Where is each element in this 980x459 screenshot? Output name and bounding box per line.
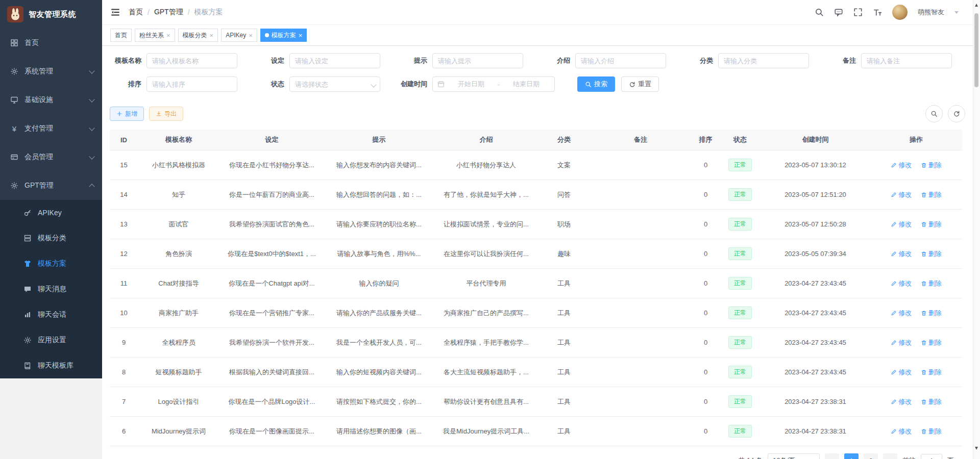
filter-input[interactable] <box>575 53 666 68</box>
goto-page-input[interactable] <box>921 454 942 459</box>
sidebar-item-system[interactable]: 系统管理 <box>0 57 102 86</box>
cell-id: 10 <box>110 298 138 328</box>
sidebar-item-payment[interactable]: ¥ 支付管理 <box>0 114 102 143</box>
cell-sort: 0 <box>692 358 720 387</box>
delete-link[interactable]: 删除 <box>921 190 942 199</box>
filter-input[interactable] <box>718 53 809 68</box>
refresh-table-button[interactable] <box>948 105 965 122</box>
delete-link[interactable]: 删除 <box>921 161 942 170</box>
toggle-search-button[interactable] <box>925 105 943 122</box>
edit-link[interactable]: 修改 <box>891 338 912 347</box>
delete-link[interactable]: 删除 <box>921 249 942 259</box>
sidebar-collapse-icon[interactable] <box>110 7 120 17</box>
tab-template-plan[interactable]: 模板方案 × <box>260 29 307 42</box>
sidebar-item-template-plan[interactable]: 模板方案 <box>0 251 102 276</box>
delete-link[interactable]: 删除 <box>921 309 942 318</box>
filter-input[interactable] <box>289 53 380 68</box>
filter-field-status: 状态 <box>253 76 396 92</box>
sidebar-item-chat-session[interactable]: 聊天会话 <box>0 302 102 327</box>
cell-setting: 根据我输入的关键词直接回... <box>219 358 324 387</box>
date-end-placeholder[interactable]: 结束日期 <box>503 80 550 89</box>
username[interactable]: 萌熊智友 <box>918 8 944 17</box>
search-icon[interactable] <box>815 8 824 17</box>
sidebar-item-infrastructure[interactable]: 基础设施 <box>0 86 102 114</box>
edit-link[interactable]: 修改 <box>891 397 912 406</box>
filter-input[interactable] <box>432 53 523 68</box>
edit-link[interactable]: 修改 <box>891 279 912 288</box>
font-size-icon[interactable] <box>873 8 882 17</box>
reset-button[interactable]: 重置 <box>621 76 659 92</box>
edit-link[interactable]: 修改 <box>891 190 912 199</box>
delete-link[interactable]: 删除 <box>921 338 942 347</box>
breadcrumb-gpt[interactable]: GPT管理 <box>154 8 183 17</box>
filter-row-2: 排序 状态 创建时间 开始日期 <box>110 76 972 100</box>
sort-input[interactable] <box>146 76 237 92</box>
next-page-button[interactable]: › <box>883 453 897 459</box>
sidebar-item-gpt[interactable]: GPT管理 <box>0 171 102 200</box>
edit-link[interactable]: 修改 <box>891 161 912 170</box>
delete-link[interactable]: 删除 <box>921 397 942 406</box>
navbar-actions: 萌熊智友 <box>815 5 972 20</box>
scroll-down-icon[interactable] <box>975 447 978 450</box>
filter-input[interactable] <box>146 53 237 68</box>
scrollbar[interactable] <box>973 0 980 459</box>
close-icon[interactable]: × <box>166 32 170 39</box>
sidebar-item-app-settings[interactable]: 应用设置 <box>0 327 102 353</box>
delete-link[interactable]: 删除 <box>921 368 942 377</box>
close-icon[interactable]: × <box>249 32 253 39</box>
cell-intro: 各大主流短视频标题助手，... <box>434 358 538 387</box>
edit-link[interactable]: 修改 <box>891 368 912 377</box>
fullscreen-icon[interactable] <box>853 8 863 17</box>
cell-id: 12 <box>110 239 138 269</box>
tab-template-category[interactable]: 模板分类 × <box>178 29 218 42</box>
sidebar-item-apikey[interactable]: APIKey <box>0 200 102 225</box>
trash-icon <box>921 280 927 287</box>
calendar-icon <box>437 81 445 88</box>
delete-link[interactable]: 删除 <box>921 220 942 229</box>
edit-link[interactable]: 修改 <box>891 220 912 229</box>
edit-link[interactable]: 修改 <box>891 309 912 318</box>
cell-actions: 修改 删除 <box>870 358 962 387</box>
page-2-button[interactable]: 2 <box>864 453 878 459</box>
edit-link[interactable]: 修改 <box>891 249 912 259</box>
add-button[interactable]: 新增 <box>110 107 144 121</box>
breadcrumb-home[interactable]: 首页 <box>129 8 143 17</box>
scrollbar-thumb[interactable] <box>974 13 978 87</box>
sidebar-item-member[interactable]: 会员管理 <box>0 143 102 171</box>
tab-home[interactable]: 首页 <box>110 29 132 42</box>
cell-id: 15 <box>110 150 138 180</box>
cell-status: 正常 <box>720 239 761 269</box>
prev-page-button[interactable]: ‹ <box>825 453 839 459</box>
tab-apikey[interactable]: APIKey × <box>221 29 257 42</box>
user-avatar[interactable] <box>892 5 908 20</box>
export-button[interactable]: 导出 <box>149 107 183 121</box>
edit-link[interactable]: 修改 <box>891 427 912 436</box>
message-icon[interactable] <box>834 8 843 17</box>
cell-template-name: MidJourney提示词 <box>138 417 219 446</box>
page-size-select[interactable]: 10条/页 <box>768 453 820 459</box>
sidebar-item-chat-message[interactable]: 聊天消息 <box>0 276 102 302</box>
cell-sort: 0 <box>692 417 720 446</box>
status-select-value[interactable] <box>289 76 380 92</box>
status-select[interactable] <box>289 76 380 92</box>
sidebar-item-chat-template-library[interactable]: 聊天模板库 <box>0 353 102 378</box>
close-icon[interactable]: × <box>210 32 214 39</box>
delete-link[interactable]: 删除 <box>921 427 942 436</box>
pencil-icon <box>891 192 897 198</box>
download-icon <box>156 111 162 117</box>
page-1-button[interactable]: 1 <box>844 453 859 459</box>
scroll-up-icon[interactable] <box>975 4 978 7</box>
bar-chart-icon <box>23 311 32 319</box>
date-range-picker[interactable]: 开始日期 - 结束日期 <box>432 76 555 92</box>
filter-input[interactable] <box>861 53 952 68</box>
sidebar-item-home[interactable]: 首页 <box>0 29 102 57</box>
search-button[interactable]: 搜索 <box>577 76 615 92</box>
date-start-placeholder[interactable]: 开始日期 <box>448 80 495 89</box>
tab-fans[interactable]: 粉丝关系 × <box>135 29 175 42</box>
sidebar-item-template-category[interactable]: 模板分类 <box>0 225 102 251</box>
tab-label: 粉丝关系 <box>139 31 164 40</box>
delete-link[interactable]: 删除 <box>921 279 942 288</box>
chevron-down-icon[interactable] <box>954 11 959 14</box>
chevron-up-icon <box>89 184 94 189</box>
close-icon[interactable]: × <box>299 32 303 39</box>
